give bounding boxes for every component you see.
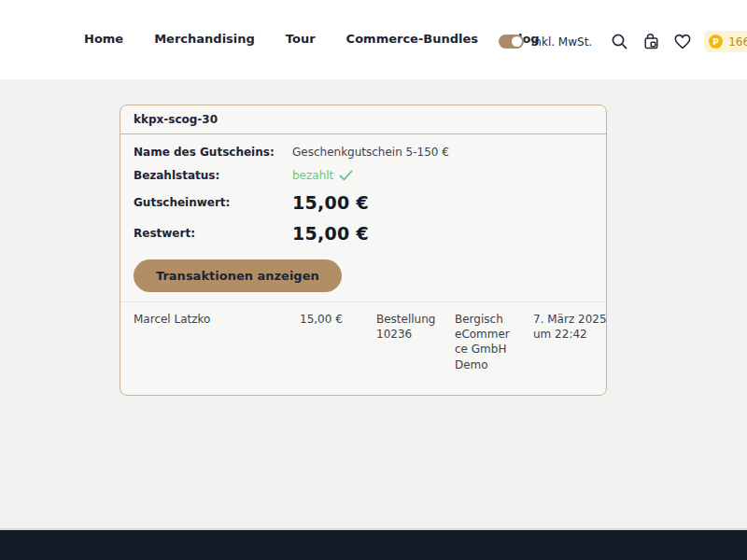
nav-item-home[interactable]: Home — [84, 32, 123, 46]
vat-toggle-label: inkl. MwSt. — [531, 35, 592, 49]
page-content: kkpx-scog-30 Name des Gutscheins: Gesche… — [0, 79, 747, 528]
payment-status-label: Bezahlstatus: — [134, 169, 292, 182]
points-coin-icon: P — [709, 35, 723, 49]
vat-toggle-group: inkl. MwSt. — [499, 35, 598, 49]
voucher-name-value: Geschenkgutschein 5-150 € — [292, 146, 449, 159]
wishlist-heart-icon[interactable] — [672, 32, 693, 52]
voucher-card-body: Name des Gutscheins: Geschenkgutschein 5… — [120, 134, 606, 395]
voucher-name-label: Name des Gutscheins: — [134, 146, 292, 159]
search-icon[interactable] — [609, 32, 629, 52]
voucher-value-label: Gutscheinwert: — [134, 196, 292, 209]
show-transactions-button[interactable]: Transaktionen anzeigen — [134, 259, 342, 292]
nav-item-tour[interactable]: Tour — [286, 32, 316, 46]
payment-status-value: bezahlt — [292, 169, 353, 182]
voucher-code-title: kkpx-scog-30 — [120, 105, 606, 134]
footer-bar — [0, 528, 747, 560]
field-row-voucher-value: Gutscheinwert: 15,00 € — [134, 192, 595, 213]
main-nav: Home Merchandising Tour Commerce-Bundles… — [84, 32, 540, 46]
header-controls: inkl. MwSt. P 1660 — [499, 31, 747, 52]
transaction-company: Bergisch eCommerce GmbH Demo — [455, 312, 533, 372]
status-text: bezahlt — [292, 169, 333, 182]
transaction-amount: 15,00 € — [300, 312, 376, 327]
top-navigation-bar: Home Merchandising Tour Commerce-Bundles… — [0, 0, 747, 79]
voucher-value-amount: 15,00 € — [292, 192, 369, 213]
toggle-knob-icon — [512, 36, 522, 47]
nav-item-commerce-bundles[interactable]: Commerce-Bundles — [346, 32, 478, 46]
transaction-date: 7. März 2025 um 22:42 — [533, 312, 621, 342]
nav-item-merchandising[interactable]: Merchandising — [154, 32, 255, 46]
voucher-detail-card: kkpx-scog-30 Name des Gutscheins: Gesche… — [120, 105, 607, 396]
points-value: 1660 — [728, 35, 747, 49]
remaining-value-label: Restwert: — [134, 227, 292, 240]
transaction-customer: Marcel Latzko — [134, 312, 300, 327]
vat-toggle[interactable] — [499, 35, 524, 49]
transaction-row: Marcel Latzko 15,00 € Bestellung 10236 B… — [134, 302, 595, 395]
shopping-bag-icon[interactable] — [641, 32, 661, 52]
field-row-remaining-value: Restwert: 15,00 € — [134, 223, 595, 244]
transaction-order: Bestellung 10236 — [376, 312, 455, 342]
field-row-name: Name des Gutscheins: Geschenkgutschein 5… — [134, 146, 595, 159]
checkmark-icon — [339, 170, 353, 181]
points-dropdown[interactable]: P 1660 — [704, 31, 747, 52]
remaining-value-amount: 15,00 € — [292, 223, 369, 244]
field-row-status: Bezahlstatus: bezahlt — [134, 169, 595, 182]
